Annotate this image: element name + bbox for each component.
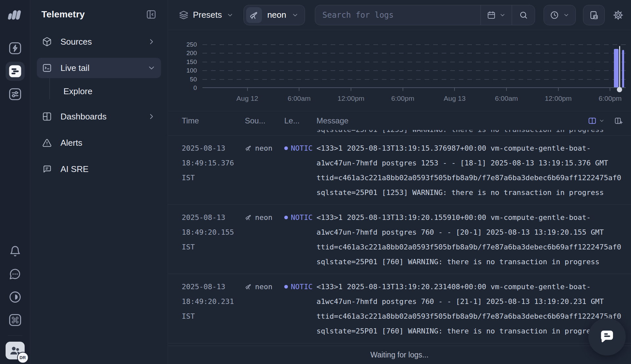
- log-source: neon: [245, 210, 284, 269]
- level-dot: [284, 146, 288, 150]
- gridline: [202, 79, 626, 80]
- notifications-bell-button[interactable]: [6, 242, 25, 261]
- sidebar-item-live-tail[interactable]: Live tail: [37, 58, 161, 78]
- gridline: [202, 62, 626, 62]
- time-range-dropdown[interactable]: [544, 5, 576, 25]
- quickstart-lightning-button[interactable]: [6, 39, 25, 58]
- chevron-down-icon: [147, 64, 156, 72]
- chart-x-axis: Aug 126:00am12:00pm6:00pmAug 136:00am12:…: [202, 95, 626, 104]
- search-input[interactable]: [315, 5, 480, 25]
- sidebar-item-label: Dashboards: [60, 112, 106, 122]
- sidebar-nav: SourcesLive tailExploreDashboardsAlertsA…: [37, 32, 161, 179]
- log-message: <133>1 2025-08-13T13:19:20.155910+00:00 …: [316, 210, 631, 269]
- y-axis-tick-label: 150: [168, 58, 197, 66]
- log-rows: 2025-08-1318:49:15.376ISTneonNOTIC<133>1…: [168, 136, 631, 346]
- live-cursor-handle[interactable]: [617, 87, 622, 92]
- x-axis-tick-label: 12:00pm: [545, 95, 572, 102]
- column-header-time[interactable]: Time: [182, 116, 245, 125]
- waiting-status: Waiting for logs...: [370, 351, 429, 359]
- columns-layout-button[interactable]: [588, 116, 605, 125]
- level-dot: [284, 285, 288, 289]
- sidebar-item-alerts[interactable]: Alerts: [37, 133, 161, 153]
- calendar-dropdown[interactable]: [480, 5, 512, 25]
- sidebar-item-label: Explore: [63, 86, 92, 96]
- sidebar-item-dashboards[interactable]: Dashboards: [37, 106, 161, 127]
- chat-fab-button[interactable]: [588, 318, 626, 355]
- log-volume-chart: Aug 126:00am12:00pm6:00pmAug 136:00am12:…: [168, 30, 631, 112]
- log-source: neon: [245, 141, 284, 200]
- main-content: Presets neon: [168, 0, 631, 364]
- y-axis-tick-label: 100: [168, 67, 197, 74]
- sidebar-item-label: Sources: [60, 37, 92, 47]
- chevron-down-icon: [563, 12, 570, 18]
- telescope-icon: [245, 144, 252, 152]
- feedback-chat-button[interactable]: [6, 265, 25, 284]
- middleware-logo: [8, 7, 23, 24]
- y-axis-tick-label: 50: [168, 76, 197, 83]
- metrics-sliders-button[interactable]: [6, 85, 25, 104]
- settings-gear-button[interactable]: [613, 10, 624, 21]
- log-time: 2025-08-1318:49:20.231IST: [182, 279, 245, 338]
- column-header-source[interactable]: Sou...: [245, 116, 284, 125]
- topbar: Presets neon: [168, 0, 631, 30]
- chart-plot-area: [202, 45, 626, 88]
- source-filter-dropdown[interactable]: neon: [244, 5, 305, 25]
- clipped-log-row[interactable]: sqlstate=25P01 [1253] WARNING: there is …: [168, 130, 631, 136]
- x-axis-tick-label: Aug 13: [444, 95, 466, 102]
- x-axis-tick: [247, 87, 248, 91]
- search-bar: [315, 5, 535, 25]
- y-axis-tick-label: 200: [168, 50, 197, 57]
- sidebar-item-explore[interactable]: Explore: [37, 82, 161, 100]
- collapse-sidebar-button[interactable]: [146, 9, 156, 20]
- rail-divider: [8, 335, 22, 336]
- y-axis-tick-label: 250: [168, 41, 197, 48]
- layers-icon: [179, 11, 188, 20]
- log-row[interactable]: 2025-08-1318:49:15.376ISTneonNOTIC<133>1…: [168, 136, 631, 205]
- live-cursor-line[interactable]: [619, 46, 620, 90]
- box-icon: [42, 37, 52, 47]
- add-column-button[interactable]: [614, 116, 623, 125]
- x-axis-tick-label: 6:00pm: [391, 95, 414, 102]
- log-row[interactable]: 2025-08-1318:49:20.155ISTneonNOTIC<133>1…: [168, 205, 631, 274]
- telescope-icon: [245, 283, 252, 290]
- telescope-icon: [245, 214, 252, 221]
- code-panel-button[interactable]: [583, 5, 605, 25]
- gridline: [202, 53, 626, 54]
- log-level: NOTIC: [284, 141, 316, 200]
- sidebar-item-label: AI SRE: [60, 164, 88, 174]
- sidebar-item-label: Alerts: [60, 138, 82, 148]
- chevron-down-icon: [292, 11, 299, 19]
- status-bar: Waiting for logs...: [168, 346, 631, 364]
- x-axis-tick: [506, 87, 507, 91]
- search-icon: [519, 11, 528, 20]
- avatar-badge: DR: [17, 352, 29, 363]
- y-axis-tick-label: 0: [168, 84, 197, 92]
- x-axis-tick: [558, 87, 559, 91]
- log-message: <133>1 2025-08-13T13:19:15.376987+00:00 …: [316, 141, 631, 200]
- x-axis-tick-label: 6:00am: [288, 95, 311, 102]
- command-menu-button[interactable]: [6, 310, 25, 330]
- chart-bar: [614, 49, 619, 87]
- grid-icon: [42, 112, 52, 121]
- x-axis-tick: [299, 87, 299, 91]
- add-column-icon: [614, 116, 623, 125]
- sidebar-item-sources[interactable]: Sources: [37, 32, 161, 52]
- logs-button[interactable]: [6, 62, 25, 81]
- theme-contrast-button[interactable]: [6, 288, 25, 307]
- presets-dropdown[interactable]: Presets: [179, 10, 234, 20]
- column-header-message[interactable]: Message: [316, 116, 348, 125]
- log-row[interactable]: 2025-08-1318:49:20.231ISTneonNOTIC<133>1…: [168, 274, 631, 343]
- sidebar-item-ai-sre[interactable]: AI SRE: [37, 159, 161, 179]
- search-button[interactable]: [512, 5, 535, 25]
- log-source: neon: [245, 279, 284, 338]
- clock-icon: [550, 11, 559, 20]
- gear-icon: [613, 10, 624, 21]
- x-axis-tick-label: 6:00pm: [598, 95, 621, 102]
- x-axis-tick: [351, 87, 351, 91]
- chevron-right-icon: [147, 37, 156, 46]
- column-header-level[interactable]: Le...: [284, 116, 316, 125]
- calendar-icon: [487, 11, 496, 20]
- message-icon: [42, 164, 52, 174]
- user-avatar[interactable]: DR: [6, 342, 25, 359]
- log-time: 2025-08-1318:49:15.376IST: [182, 141, 245, 200]
